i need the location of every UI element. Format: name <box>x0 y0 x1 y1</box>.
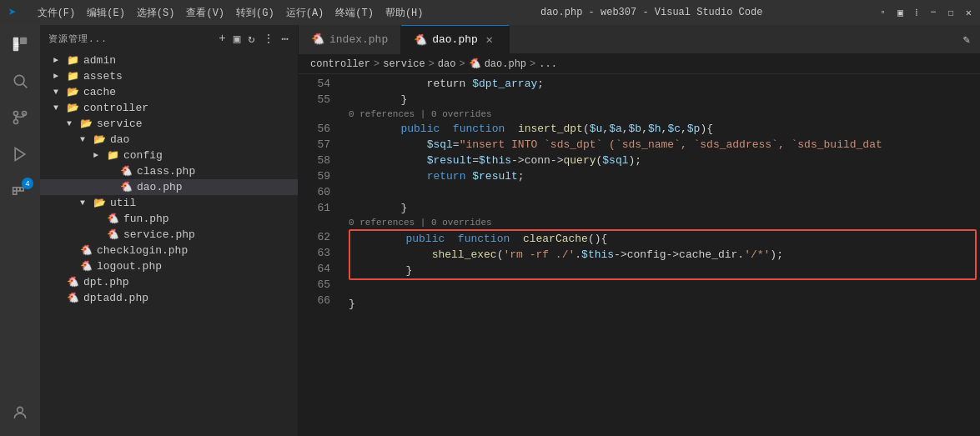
sidebar-title: 资源管理... <box>48 33 108 45</box>
code-line-56: public function insert_dpt($u,$a,$b,$h,$… <box>349 121 980 137</box>
code-line-64: } <box>354 263 972 278</box>
more-icon[interactable]: ⋯ <box>282 32 289 46</box>
editor-area: 🐔 index.php 🐔 dao.php ✕ ✎ controller > s… <box>299 25 980 436</box>
code-line-60 <box>349 184 980 200</box>
new-folder-icon[interactable]: ▣ <box>234 32 241 46</box>
maximize-icon[interactable]: ☐ <box>948 7 954 19</box>
menu-run[interactable]: 运行(A) <box>286 6 324 20</box>
close-tab-icon[interactable]: ✕ <box>483 33 496 47</box>
ref-line-62: 0 references | 0 overrides <box>349 216 980 229</box>
close-icon[interactable]: ✕ <box>966 7 972 19</box>
activity-search[interactable] <box>5 66 35 96</box>
breadcrumb-service[interactable]: service <box>383 58 425 70</box>
tree-item-config[interactable]: ► 📁 config <box>40 148 298 163</box>
svg-point-6 <box>14 120 18 124</box>
titlebar-controls: ▫ ▣ ⁞ − ☐ ✕ <box>880 7 972 19</box>
code-line-61: } <box>349 200 980 216</box>
tree-item-controller[interactable]: ▼ 📂 controller <box>40 100 298 116</box>
window-title: dao.php - web307 - Visual Studio Code <box>440 7 863 18</box>
main-layout: ≡ 资源管理... + ▣ ↻ ⋮ ⋯ <box>0 25 980 436</box>
sidebar: 资源管理... + ▣ ↻ ⋮ ⋯ ► 📁 admin ► 📁 a <box>40 25 299 436</box>
tree-item-dao[interactable]: ▼ 📂 dao <box>40 132 298 148</box>
breadcrumb-file[interactable]: dao.php <box>485 58 526 70</box>
tree-item-service[interactable]: ▼ 📂 service <box>40 116 298 132</box>
svg-rect-1 <box>20 38 27 44</box>
ref-line-56: 0 references | 0 overrides <box>349 108 980 121</box>
breadcrumb-php-icon: 🐔 <box>469 58 481 70</box>
tab-bar: 🐔 index.php 🐔 dao.php ✕ ✎ <box>299 25 980 54</box>
tree-item-checklogin-php[interactable]: ► 🐔 checklogin.php <box>40 243 298 258</box>
menu-goto[interactable]: 转到(G) <box>236 6 274 20</box>
menu-bar: 文件(F) 编辑(E) 选择(S) 查看(V) 转到(G) 运行(A) 终端(T… <box>38 6 424 20</box>
breadcrumb-sep-2: > <box>429 58 435 70</box>
tree-item-dptadd-php[interactable]: ► 🐔 dptadd.php <box>40 290 298 306</box>
menu-edit[interactable]: 编辑(E) <box>87 6 125 20</box>
activity-explorer[interactable]: ≡ <box>5 29 35 59</box>
code-line-66: } <box>349 296 980 312</box>
tree-item-service-php[interactable]: ► 🐔 service.php <box>40 227 298 243</box>
layout-icon[interactable]: ✎ <box>963 33 980 47</box>
code-line-57: $sql="insert INTO `sds_dpt` (`sds_name`,… <box>349 137 980 153</box>
tree-item-admin[interactable]: ► 📁 admin <box>40 53 298 68</box>
activity-bar: ≡ <box>0 25 40 436</box>
tab-dao-php[interactable]: 🐔 dao.php ✕ <box>401 25 510 54</box>
tree-item-fun-php[interactable]: ► 🐔 fun.php <box>40 211 298 227</box>
code-line-58: $result=$this->conn->query($sql); <box>349 153 980 168</box>
svg-line-4 <box>23 84 28 88</box>
code-line-59: return $result; <box>349 168 980 184</box>
sidebar-actions: + ▣ ↻ ⋮ ⋯ <box>219 32 289 46</box>
menu-file[interactable]: 文件(F) <box>38 6 76 20</box>
code-line-63: shell_exec('rm -rf ./'.$this->config->ca… <box>354 247 972 263</box>
activity-extensions[interactable] <box>5 176 35 206</box>
tree-item-util[interactable]: ▼ 📂 util <box>40 195 298 211</box>
breadcrumb-more[interactable]: ... <box>539 58 557 70</box>
breadcrumb-sep-3: > <box>459 58 465 70</box>
file-tree: ► 📁 admin ► 📁 assets ▼ 📂 cache ▼ <box>40 53 298 306</box>
menu-view[interactable]: 查看(V) <box>186 6 224 20</box>
activity-account[interactable] <box>5 398 35 428</box>
new-file-icon[interactable]: + <box>219 32 226 46</box>
svg-text:≡: ≡ <box>14 41 19 50</box>
collapse-icon[interactable]: ⋮ <box>263 32 275 46</box>
tree-item-assets[interactable]: ► 📁 assets <box>40 68 298 84</box>
tab-index-php[interactable]: 🐔 index.php <box>299 25 401 54</box>
tree-item-dao-php[interactable]: ► 🐔 dao.php <box>40 179 298 195</box>
svg-point-13 <box>18 407 23 413</box>
breadcrumb-controller[interactable]: controller <box>310 58 370 70</box>
breadcrumb-sep-4: > <box>530 58 535 70</box>
code-line-54: return $dpt_array; <box>349 76 980 92</box>
menu-help[interactable]: 帮助(H) <box>385 6 424 20</box>
svg-rect-12 <box>20 188 23 191</box>
minimize-icon[interactable]: − <box>930 7 936 18</box>
tree-item-logout-php[interactable]: ► 🐔 logout.php <box>40 258 298 274</box>
vscode-logo: ➤ <box>8 4 17 21</box>
sidebar-header: 资源管理... + ▣ ↻ ⋮ ⋯ <box>40 25 298 53</box>
activity-run[interactable] <box>5 139 35 169</box>
activity-source-control[interactable] <box>5 103 35 133</box>
refresh-icon[interactable]: ↻ <box>248 32 255 46</box>
menu-select[interactable]: 选择(S) <box>137 6 175 20</box>
svg-point-5 <box>14 112 18 116</box>
tree-item-cache[interactable]: ▼ 📂 cache <box>40 84 298 100</box>
code-editor[interactable]: return $dpt_array; } 0 references | 0 ov… <box>340 74 980 436</box>
code-line-65 <box>349 280 980 296</box>
titlebar: ➤ 文件(F) 编辑(E) 选择(S) 查看(V) 转到(G) 运行(A) 终端… <box>0 0 980 25</box>
svg-point-3 <box>14 75 24 85</box>
tree-item-dpt-php[interactable]: ► 🐔 dpt.php <box>40 274 298 290</box>
code-line-55: } <box>349 92 980 108</box>
breadcrumb-sep-1: > <box>374 58 379 70</box>
menu-terminal[interactable]: 终端(T) <box>335 6 374 20</box>
layout3-icon[interactable]: ⁞ <box>915 7 918 19</box>
layout-icon[interactable]: ▫ <box>880 7 886 18</box>
breadcrumb-dao[interactable]: dao <box>438 58 456 70</box>
breadcrumb: controller > service > dao > 🐔 dao.php >… <box>299 54 980 74</box>
tree-item-class-php[interactable]: ► 🐔 class.php <box>40 163 298 179</box>
line-numbers: 54 55 56 57 58 59 60 61 62 63 64 65 66 <box>299 74 340 436</box>
editor-content: 54 55 56 57 58 59 60 61 62 63 64 65 66 <box>299 74 980 436</box>
svg-marker-8 <box>15 148 25 161</box>
layout2-icon[interactable]: ▣ <box>897 7 903 19</box>
code-line-62: public function clearCache(){ <box>354 231 972 247</box>
